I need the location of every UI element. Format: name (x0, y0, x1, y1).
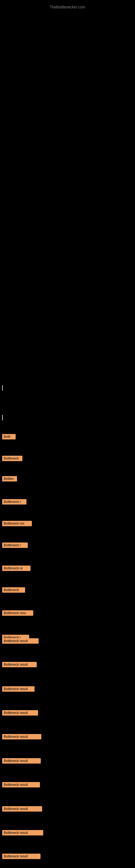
bottleneck-result-18[interactable]: Bottleneck result (2, 830, 43, 835)
bottleneck-result-11[interactable]: Bottleneck result (2, 662, 37, 667)
bottleneck-result-13[interactable]: Bottleneck result (2, 710, 38, 716)
bottleneck-result-5[interactable]: Bottleneck r (2, 542, 28, 548)
bottleneck-result-0[interactable]: Bottl (2, 434, 16, 439)
cursor-line-1 (2, 415, 3, 421)
cursor-line-0 (2, 385, 3, 391)
site-title: TheBottlenecker.com (0, 2, 135, 12)
bottleneck-result-17[interactable]: Bottleneck result (2, 806, 42, 812)
bottleneck-result-6[interactable]: Bottleneck re (2, 565, 31, 571)
bottleneck-result-19[interactable]: Bottleneck result (2, 854, 41, 859)
bottleneck-result-12[interactable]: Bottleneck result (2, 686, 35, 692)
bottleneck-result-7[interactable]: Bottleneck (2, 587, 25, 593)
bottleneck-result-15[interactable]: Bottleneck result (2, 758, 41, 764)
page-container: TheBottlenecker.com BottlBottleneckBottl… (0, 0, 135, 868)
bottleneck-result-3[interactable]: Bottleneck r (2, 499, 27, 504)
bottleneck-result-1[interactable]: Bottleneck (2, 456, 22, 461)
bottleneck-result-16[interactable]: Bottleneck result (2, 782, 40, 787)
bottleneck-result-8[interactable]: Bottleneck resu (2, 610, 33, 616)
bottleneck-result-4[interactable]: Bottleneck res (2, 521, 32, 526)
bottleneck-result-2[interactable]: Bottlen (2, 476, 17, 482)
bottleneck-result-10[interactable]: Bottleneck result (2, 638, 39, 644)
bottleneck-result-14[interactable]: Bottleneck result (2, 734, 41, 739)
